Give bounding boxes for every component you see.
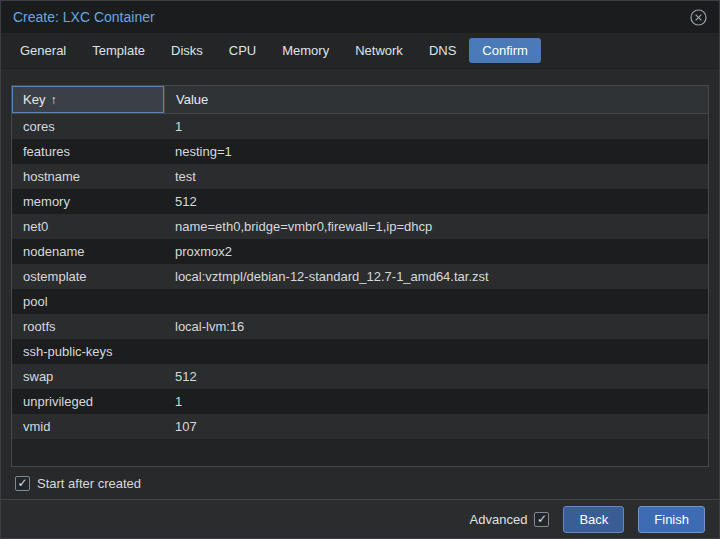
table-row[interactable]: net0name=eth0,bridge=vmbr0,firewall=1,ip… bbox=[12, 214, 708, 239]
table-row[interactable]: featuresnesting=1 bbox=[12, 139, 708, 164]
back-button[interactable]: Back bbox=[563, 506, 624, 533]
row-value: 512 bbox=[164, 194, 708, 209]
advanced-label: Advanced bbox=[470, 512, 528, 527]
row-value: nesting=1 bbox=[164, 144, 708, 159]
sort-ascending-icon: ↑ bbox=[50, 93, 56, 107]
row-key: cores bbox=[12, 119, 164, 134]
table-row[interactable]: pool bbox=[12, 289, 708, 314]
close-icon[interactable] bbox=[690, 9, 707, 26]
column-key-label: Key bbox=[23, 92, 45, 107]
row-key: swap bbox=[12, 369, 164, 384]
row-value: local:vztmpl/debian-12-standard_12.7-1_a… bbox=[164, 269, 708, 284]
row-value: proxmox2 bbox=[164, 244, 708, 259]
column-value-label: Value bbox=[176, 92, 208, 107]
advanced-checkbox[interactable]: ✓ bbox=[534, 512, 549, 527]
table-row[interactable]: ostemplatelocal:vztmpl/debian-12-standar… bbox=[12, 264, 708, 289]
tab-disks[interactable]: Disks bbox=[158, 38, 216, 63]
create-lxc-dialog: Create: LXC Container GeneralTemplateDis… bbox=[0, 0, 720, 539]
dialog-titlebar: Create: LXC Container bbox=[1, 1, 719, 33]
row-key: rootfs bbox=[12, 319, 164, 334]
row-value: test bbox=[164, 169, 708, 184]
row-key: features bbox=[12, 144, 164, 159]
row-key: pool bbox=[12, 294, 164, 309]
table-header-row: Key ↑ Value bbox=[12, 86, 708, 114]
start-after-created-label: Start after created bbox=[37, 476, 141, 491]
grid-body: cores1featuresnesting=1hostnametestmemor… bbox=[12, 114, 708, 466]
table-row[interactable]: rootfslocal-lvm:16 bbox=[12, 314, 708, 339]
table-row[interactable]: ssh-public-keys bbox=[12, 339, 708, 364]
row-key: ssh-public-keys bbox=[12, 344, 164, 359]
tab-cpu[interactable]: CPU bbox=[216, 38, 269, 63]
dialog-title: Create: LXC Container bbox=[13, 9, 155, 25]
row-key: nodename bbox=[12, 244, 164, 259]
start-after-created-checkbox[interactable]: ✓ bbox=[15, 476, 30, 491]
row-value: 1 bbox=[164, 394, 708, 409]
row-value: 512 bbox=[164, 369, 708, 384]
row-key: unprivileged bbox=[12, 394, 164, 409]
table-row[interactable]: swap512 bbox=[12, 364, 708, 389]
row-key: net0 bbox=[12, 219, 164, 234]
table-row[interactable]: hostnametest bbox=[12, 164, 708, 189]
advanced-option: Advanced ✓ bbox=[470, 512, 550, 527]
tab-bar: GeneralTemplateDisksCPUMemoryNetworkDNSC… bbox=[1, 33, 719, 69]
tab-general[interactable]: General bbox=[7, 38, 79, 63]
table-row[interactable]: memory512 bbox=[12, 189, 708, 214]
row-key: ostemplate bbox=[12, 269, 164, 284]
row-value: 1 bbox=[164, 119, 708, 134]
tab-confirm[interactable]: Confirm bbox=[469, 38, 541, 63]
row-key: hostname bbox=[12, 169, 164, 184]
tab-network[interactable]: Network bbox=[342, 38, 416, 63]
tab-dns[interactable]: DNS bbox=[416, 38, 469, 63]
tab-template[interactable]: Template bbox=[79, 38, 158, 63]
row-value: 107 bbox=[164, 419, 708, 434]
finish-button[interactable]: Finish bbox=[638, 506, 705, 533]
row-key: vmid bbox=[12, 419, 164, 434]
table-row[interactable]: vmid107 bbox=[12, 414, 708, 439]
column-header-key[interactable]: Key ↑ bbox=[12, 86, 164, 113]
table-row[interactable]: nodenameproxmox2 bbox=[12, 239, 708, 264]
confirm-table: Key ↑ Value cores1featuresnesting=1hostn… bbox=[11, 85, 709, 467]
row-key: memory bbox=[12, 194, 164, 209]
start-after-created-field: ✓ Start after created bbox=[11, 467, 709, 499]
row-value: local-lvm:16 bbox=[164, 319, 708, 334]
table-row[interactable]: cores1 bbox=[12, 114, 708, 139]
row-value: name=eth0,bridge=vmbr0,firewall=1,ip=dhc… bbox=[164, 219, 708, 234]
column-header-value[interactable]: Value bbox=[164, 86, 708, 113]
tab-memory[interactable]: Memory bbox=[269, 38, 342, 63]
table-row[interactable]: unprivileged1 bbox=[12, 389, 708, 414]
dialog-content: Key ↑ Value cores1featuresnesting=1hostn… bbox=[1, 69, 719, 499]
dialog-footer: Advanced ✓ Back Finish bbox=[1, 499, 719, 538]
